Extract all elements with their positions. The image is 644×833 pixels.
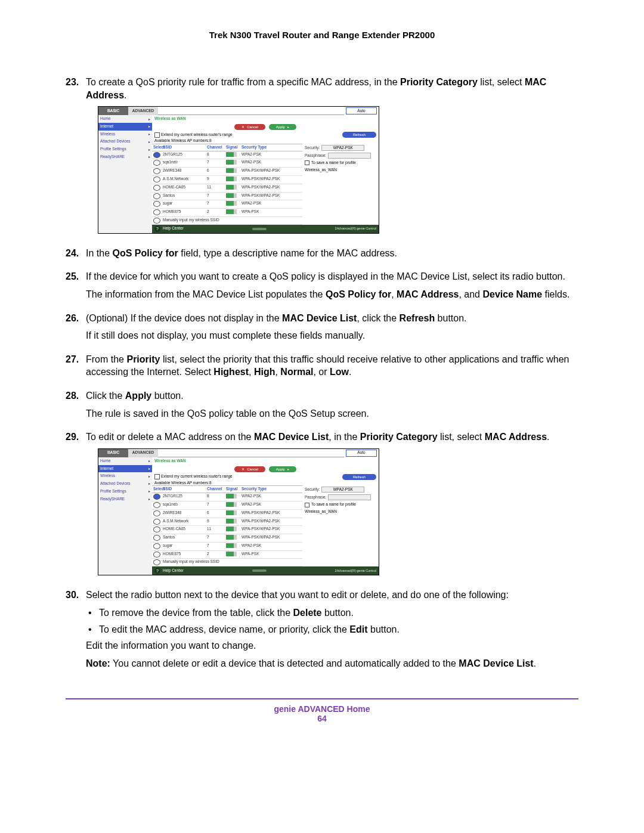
basic-tab[interactable]: BASIC bbox=[98, 107, 128, 115]
note-text: Note: You cannot delete or edit a device… bbox=[86, 657, 578, 670]
save-profile-checkbox[interactable] bbox=[305, 503, 309, 507]
table-row[interactable]: Santos7WPA-PSK/WPA2-PSK bbox=[152, 534, 302, 543]
table-row[interactable]: HOME8752WPA-PSK bbox=[152, 551, 302, 559]
security-dropdown[interactable]: WPA2-PSK bbox=[321, 487, 364, 493]
apply-button[interactable]: Apply▸ bbox=[269, 124, 296, 130]
table-row[interactable]: 2NTGR1258WPA2-PSK bbox=[152, 493, 302, 501]
sidebar-item-readyshare[interactable]: ReadySHARE▸ bbox=[98, 153, 152, 161]
table-row[interactable]: 2WIRE3486WPA-PSK/WPA2-PSK bbox=[152, 510, 302, 518]
drag-handle-icon bbox=[252, 569, 267, 572]
router-screenshot-1: BASIC ADVANCED Auto Home▸ Internet▸ Wire… bbox=[98, 106, 379, 234]
refresh-button[interactable]: Refresh bbox=[342, 474, 376, 480]
table-row[interactable]: 2NTGR1258WPA2-PSK bbox=[152, 151, 302, 160]
page-number: 64 bbox=[66, 714, 578, 723]
step-23-text: To create a QoS priority rule for traffi… bbox=[86, 76, 578, 241]
extend-checkbox[interactable] bbox=[154, 474, 160, 479]
cancel-button[interactable]: ✕Cancel bbox=[234, 466, 265, 472]
language-dropdown[interactable]: Auto bbox=[346, 450, 377, 457]
language-dropdown[interactable]: Auto bbox=[346, 107, 377, 114]
table-row[interactable]: sqa1neb7WPA2-PSK bbox=[152, 501, 302, 510]
basic-tab[interactable]: BASIC bbox=[98, 449, 128, 457]
step-30-text: Select the radio button next to the devi… bbox=[86, 589, 578, 674]
col-select: Select bbox=[152, 144, 162, 151]
step-27-number: 27. bbox=[66, 353, 86, 383]
step-25-text: If the device for which you want to crea… bbox=[86, 270, 578, 305]
step-30-number: 30. bbox=[66, 589, 86, 674]
extend-label: Extend my current wireless router's rang… bbox=[161, 132, 233, 138]
col-ssid: SSID bbox=[162, 144, 206, 151]
help-icon[interactable]: ? bbox=[154, 226, 160, 232]
table-row[interactable]: 2WIRE3486WPA-PSK/WPA2-PSK bbox=[152, 168, 302, 176]
sidebar-item-wireless[interactable]: Wireless▸ bbox=[98, 131, 152, 138]
passphrase-label: Passphrase: bbox=[305, 153, 326, 159]
table-row[interactable]: sqa1neb7WPA2-PSK bbox=[152, 159, 302, 168]
table-row[interactable]: Santos7WPA-PSK/WPA2-PSK bbox=[152, 193, 302, 201]
step-26-number: 26. bbox=[66, 312, 86, 347]
passphrase-input[interactable] bbox=[328, 153, 371, 159]
bullet-delete: To remove the device from the table, cli… bbox=[86, 606, 578, 620]
sidebar-item-wireless[interactable]: Wireless▸ bbox=[98, 472, 152, 480]
sidebar-item-profile-settings[interactable]: Profile Settings▸ bbox=[98, 488, 152, 496]
security-label: Security: bbox=[305, 145, 320, 151]
help-icon[interactable]: ? bbox=[154, 568, 160, 574]
save-profile-checkbox[interactable] bbox=[305, 160, 309, 165]
step-25-number: 25. bbox=[66, 270, 86, 305]
col-channel: Channel bbox=[206, 144, 225, 151]
step-23-number: 23. bbox=[66, 76, 86, 241]
document-title: Trek N300 Travel Router and Range Extend… bbox=[66, 30, 578, 40]
sidebar-item-home[interactable]: Home▸ bbox=[98, 115, 152, 123]
apply-button[interactable]: Apply▸ bbox=[269, 466, 296, 472]
save-profile-label: To save a name for profile bbox=[311, 160, 356, 166]
sidebar-item-profile-settings[interactable]: Profile Settings▸ bbox=[98, 145, 152, 153]
passphrase-input[interactable] bbox=[328, 494, 371, 500]
step-29-number: 29. bbox=[66, 431, 86, 583]
drag-handle-icon bbox=[252, 228, 267, 230]
table-row[interactable]: sugar7WPA2-PSK bbox=[152, 543, 302, 551]
sidebar-item-attached-devices[interactable]: Attached Devices▸ bbox=[98, 138, 152, 145]
profile-name: Wireless_as_WAN bbox=[305, 168, 337, 173]
refresh-button[interactable]: Refresh bbox=[342, 132, 376, 138]
breadcrumb: Wireless as WAN bbox=[152, 457, 379, 465]
security-dropdown[interactable]: WPA2-PSK bbox=[321, 145, 364, 151]
table-row[interactable]: A.S.M.Network9WPA-PSK/WPA2-PSK bbox=[152, 518, 302, 527]
table-row[interactable]: HOME8752WPA-PSK bbox=[152, 209, 302, 217]
help-center-label[interactable]: Help Center bbox=[163, 568, 184, 574]
advanced-tab[interactable]: ADVANCED bbox=[128, 107, 158, 115]
available-ap-label: Available Wireless AP numbers:8 bbox=[152, 138, 379, 144]
step-26-text: (Optional) If the device does not displa… bbox=[86, 312, 578, 347]
table-row[interactable]: Manually input my wireless SSID bbox=[152, 217, 302, 225]
step-28-text: Click the Apply button. The rule is save… bbox=[86, 389, 578, 425]
table-row[interactable]: A.S.M.Network9WPA-PSK/WPA2-PSK bbox=[152, 176, 302, 184]
step-24-number: 24. bbox=[66, 247, 86, 265]
table-row[interactable]: HOME-CA0511WPA-PSK/WPA2-PSK bbox=[152, 526, 302, 534]
sidebar-item-attached-devices[interactable]: Attached Devices▸ bbox=[98, 480, 152, 488]
help-center-label[interactable]: Help Center bbox=[163, 226, 184, 231]
step-28-number: 28. bbox=[66, 389, 86, 425]
sidebar-item-internet[interactable]: Internet▸ bbox=[98, 123, 152, 131]
table-row[interactable]: Manually input my wireless SSID bbox=[152, 559, 302, 566]
bullet-edit: To edit the MAC address, device name, or… bbox=[86, 623, 578, 636]
sidebar-item-readyshare[interactable]: ReadySHARE▸ bbox=[98, 496, 152, 503]
step-29-text: To edit or delete a MAC address on the M… bbox=[86, 431, 578, 583]
col-security: Security Type bbox=[240, 144, 302, 151]
footer-section: genie ADVANCED Home bbox=[66, 704, 578, 714]
extend-label: Extend my current wireless router's rang… bbox=[161, 474, 233, 479]
table-row[interactable]: sugar7WPA2-PSK bbox=[152, 200, 302, 209]
router-screenshot-2: BASIC ADVANCED Auto Home▸ Internet▸ Wire… bbox=[98, 448, 379, 576]
genie-brand: 2Advanced(R) genie Control bbox=[335, 569, 376, 573]
cancel-button[interactable]: ✕Cancel bbox=[234, 124, 265, 130]
available-ap-label: Available Wireless AP numbers:8 bbox=[152, 481, 379, 486]
footer-divider bbox=[66, 698, 578, 699]
genie-brand: 2Advanced(R) genie Control bbox=[335, 227, 376, 231]
sidebar-item-home[interactable]: Home▸ bbox=[98, 457, 152, 465]
step-27-text: From the Priority list, select the prior… bbox=[86, 353, 578, 383]
sidebar-item-internet[interactable]: Internet▸ bbox=[98, 465, 152, 473]
col-signal: Signal bbox=[225, 144, 240, 151]
breadcrumb: Wireless as WAN bbox=[152, 115, 379, 123]
step-24-text: In the QoS Policy for field, type a desc… bbox=[86, 247, 578, 265]
edit-instruction: Edit the information you want to change. bbox=[86, 639, 578, 652]
table-row[interactable]: HOME-CA0511WPA-PSK/WPA2-PSK bbox=[152, 184, 302, 193]
extend-checkbox[interactable] bbox=[154, 132, 160, 138]
advanced-tab[interactable]: ADVANCED bbox=[128, 449, 158, 457]
